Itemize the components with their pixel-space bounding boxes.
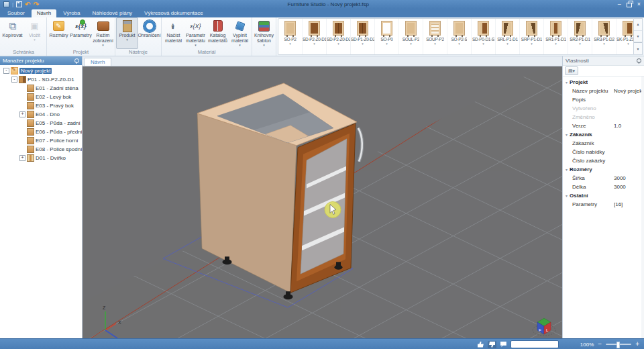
- document-tab[interactable]: Návrh: [84, 58, 111, 66]
- pin-icon[interactable]: [637, 58, 641, 63]
- tree-item[interactable]: - Nový projekt: [0, 66, 82, 75]
- material-catalog-button[interactable]: Katalog materiálů: [207, 17, 229, 49]
- dropdown-arrow-icon: ▾: [102, 44, 104, 47]
- gallery-item-label: SR2-P1-D1: [570, 37, 590, 42]
- product-button[interactable]: Produkt ▾: [116, 17, 138, 49]
- comment-icon[interactable]: [500, 342, 506, 348]
- view-cube[interactable]: F L: [533, 318, 555, 336]
- tree-item[interactable]: E01 - Zadní stěna: [0, 84, 82, 93]
- like-icon[interactable]: [478, 342, 484, 348]
- property-row[interactable]: Šířka 3000: [563, 174, 641, 183]
- tree-expander[interactable]: -: [3, 68, 9, 74]
- gallery-item[interactable]: SD-P2-Z0-D1 ▾: [303, 19, 327, 54]
- gallery-item[interactable]: SO-P0 ▾: [375, 19, 399, 54]
- property-value[interactable]: Nový projekt: [614, 88, 641, 94]
- status-search-input[interactable]: [511, 340, 559, 348]
- dislike-button[interactable]: [488, 341, 496, 348]
- gallery-item[interactable]: SD-P2-Z0-D2 ▾: [327, 19, 351, 54]
- gallery-item[interactable]: SO-P2 ▾: [278, 19, 303, 54]
- gallery-item[interactable]: SD-P1-Z0-D2 ▾: [351, 19, 375, 54]
- tree-expander[interactable]: -: [11, 77, 17, 83]
- gallery-item[interactable]: SRL-P1-D1 ▾: [496, 19, 520, 54]
- zoom-slider-handle[interactable]: [616, 342, 620, 348]
- ribbon-tab[interactable]: Výroba: [58, 9, 85, 17]
- tree-item[interactable]: E05 - Půda - zadní svlak: [0, 119, 82, 128]
- minimize-button[interactable]: –: [618, 1, 621, 7]
- edging-button[interactable]: Ohraničení: [138, 17, 160, 49]
- property-row[interactable]: Verze 1.0: [563, 121, 641, 130]
- property-row[interactable]: Projekt: [563, 78, 641, 87]
- gallery-item[interactable]: SD-P0-D1-S ▾: [472, 19, 496, 54]
- property-row[interactable]: Ostatní: [563, 191, 641, 200]
- template-libraries-button[interactable]: Knihovny šablon ▾: [253, 17, 275, 49]
- tree-item[interactable]: E03 - Pravý bok: [0, 101, 82, 110]
- categorize-button[interactable]: ▤▾: [565, 66, 578, 75]
- tree-expander[interactable]: +: [19, 155, 25, 161]
- property-row[interactable]: Rozměry: [563, 165, 641, 174]
- cabinet-model[interactable]: [197, 83, 362, 299]
- undo-icon[interactable]: ↶: [25, 2, 30, 7]
- property-row[interactable]: Změněno: [563, 113, 641, 121]
- property-row[interactable]: Délka 3000: [563, 183, 641, 191]
- material-parameter-button[interactable]: Parametr materiálu ▾: [184, 17, 207, 49]
- property-row[interactable]: Popis: [563, 95, 641, 104]
- close-button[interactable]: ×: [637, 1, 641, 7]
- property-row[interactable]: Číslo zakázky: [563, 156, 641, 165]
- copy-button[interactable]: Kopírovat: [1, 17, 23, 49]
- property-value[interactable]: 3000: [614, 175, 641, 181]
- ribbon-tab-label: Návrh: [37, 10, 51, 16]
- tree-expander[interactable]: +: [19, 111, 25, 117]
- tree-item[interactable]: + E04 - Dno: [0, 110, 82, 119]
- ribbon-group-label: Schránka: [1, 49, 46, 56]
- paste-button[interactable]: Vložit ▾: [23, 17, 46, 49]
- tree-item[interactable]: E02 - Levý bok: [0, 93, 82, 101]
- cabinet-thumbnail-icon: [574, 21, 586, 36]
- gallery-item[interactable]: SOUL-P2 ▾: [399, 19, 423, 54]
- tree-item[interactable]: E08 - Police spodní: [0, 145, 82, 154]
- zoom-out-button[interactable]: −: [598, 341, 602, 348]
- ribbon-tab[interactable]: Návrh: [32, 9, 56, 17]
- property-row[interactable]: Zákazník: [563, 139, 641, 148]
- gallery-item[interactable]: SR1-P1-D1 ▾: [544, 19, 568, 54]
- restore-button[interactable]: [627, 3, 632, 7]
- property-row[interactable]: Parametry [16]: [563, 200, 641, 209]
- project-manager-header: Manažer projektu: [0, 56, 82, 65]
- tree-item[interactable]: - P01 - SD-P2-Z0-D1: [0, 75, 82, 84]
- pin-icon[interactable]: [74, 58, 79, 63]
- property-row[interactable]: Název projektu Nový projekt: [563, 87, 641, 95]
- zoom-slider[interactable]: [606, 344, 631, 345]
- gallery-item[interactable]: SO-P2-S ▾: [447, 19, 472, 54]
- ribbon-button-icon: [30, 19, 38, 33]
- ribbon-tab[interactable]: Náhledové plány: [87, 9, 138, 17]
- property-value[interactable]: 1.0: [614, 123, 641, 129]
- gallery-expand-button[interactable]: ▼: [634, 42, 642, 54]
- property-row[interactable]: Zákazník: [563, 130, 641, 139]
- dimensions-button[interactable]: Rozměry: [48, 17, 70, 49]
- ribbon-tab[interactable]: Výkresová dokumentace: [139, 9, 209, 17]
- gallery-scroll-up-button[interactable]: ▲: [634, 19, 642, 31]
- gallery-item[interactable]: SRP-P1-D1 ▾: [520, 19, 544, 54]
- gallery-item[interactable]: SOUP-P2 ▾: [423, 19, 447, 54]
- gallery-item[interactable]: SK-P1-Z1-D1 ▾: [616, 19, 634, 54]
- property-value[interactable]: 3000: [614, 184, 641, 190]
- property-value[interactable]: [16]: [614, 201, 641, 207]
- viewport-3d[interactable]: Z X Y F L: [83, 66, 562, 338]
- property-row[interactable]: Číslo nabídky: [563, 148, 641, 156]
- gallery-item[interactable]: SR2-P1-D1 ▾: [568, 19, 592, 54]
- redo-icon[interactable]: ↷: [33, 2, 38, 7]
- tree-item[interactable]: E06 - Půda - přední svlak: [0, 128, 82, 136]
- load-material-button[interactable]: Načíst materiál: [162, 17, 184, 49]
- tree-item[interactable]: E07 - Police horní: [0, 136, 82, 145]
- zoom-in-button[interactable]: +: [635, 341, 639, 348]
- ribbon-tab[interactable]: Soubor: [2, 9, 30, 17]
- parameters-button[interactable]: Parametry: [70, 17, 92, 49]
- ribbon-button-icon: [258, 19, 270, 33]
- property-row[interactable]: Vytvořeno: [563, 104, 641, 113]
- gallery-scroll-down-button[interactable]: ▼: [634, 31, 642, 43]
- tree-item[interactable]: + D01 - Dvířko: [0, 154, 82, 162]
- display-mode-button[interactable]: Režim zobrazení ▾: [92, 17, 114, 49]
- gallery-item[interactable]: SR3-P1-D2 ▾: [592, 19, 616, 54]
- panel-title: Vlastnosti: [566, 58, 637, 64]
- save-icon[interactable]: [16, 1, 22, 7]
- fill-material-button[interactable]: Vyplnit materiál ▾: [229, 17, 251, 49]
